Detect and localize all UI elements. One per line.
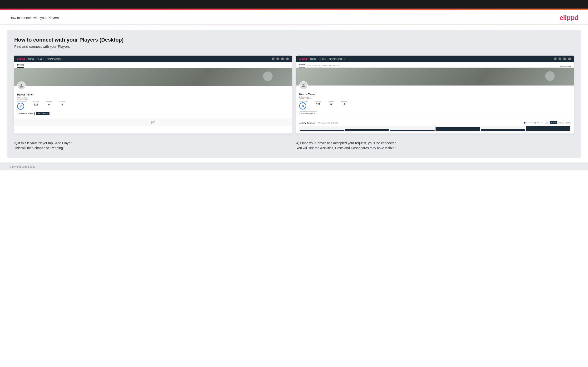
page-footer: Copyright Clippd 2022 bbox=[0, 162, 588, 170]
avatar-icon-left[interactable] bbox=[286, 58, 289, 60]
nav-icons-left bbox=[272, 58, 289, 60]
legend-on-course: On course bbox=[524, 122, 533, 124]
close-icon-remove: ✕ bbox=[313, 112, 315, 114]
avatar-right bbox=[299, 81, 308, 90]
header: How to connect with your Players clippd bbox=[0, 10, 588, 25]
tab-profile-left[interactable]: Profile bbox=[17, 64, 24, 68]
nav-teams-left[interactable]: Teams bbox=[37, 58, 43, 60]
activity-legend: On course Off course bbox=[524, 122, 543, 124]
nav-myperformance-left[interactable]: My Performance bbox=[47, 58, 62, 60]
remove-player-button[interactable]: Remove Player ✕ bbox=[299, 111, 317, 115]
time-1yr[interactable]: 1 yr bbox=[545, 121, 549, 124]
mini-logo-right: clippd bbox=[299, 58, 307, 60]
screenshots-row: clippd Home Teams My Performance Profile bbox=[14, 56, 574, 133]
caption-left: 3) If this is your Player tap, 'Add Play… bbox=[14, 141, 292, 150]
screenshot-right: clippd Home Teams My Performance Profile… bbox=[296, 56, 574, 133]
user-icon-right[interactable] bbox=[559, 58, 561, 60]
time-filter-buttons: 1 yr 6 mths 3 mths 1 mth bbox=[545, 121, 571, 124]
nav-home-right[interactable]: Home bbox=[310, 58, 316, 60]
profile-section-left: Marcus Turner 1-5 Handicap United Kingdo… bbox=[14, 86, 292, 118]
chart-bar-6 bbox=[526, 126, 570, 131]
golf-image-left bbox=[14, 68, 292, 86]
screenshot-left: clippd Home Teams My Performance Profile bbox=[14, 56, 292, 133]
action-buttons-right: Remove Player ✕ bbox=[299, 111, 571, 115]
clippd-logo: clippd bbox=[560, 14, 579, 22]
stat-followers-right: Followers 0 bbox=[328, 100, 334, 106]
follow-button-left[interactable]: Request to Follow bbox=[17, 112, 35, 115]
stat-followers-left: Followers 0 bbox=[46, 101, 52, 106]
profile-section-right: Marcus Turner 1-5 Handicap United Kingdo… bbox=[296, 85, 574, 118]
pencil-icon bbox=[151, 120, 155, 124]
user-icon-left[interactable] bbox=[277, 58, 279, 60]
activity-header: Activity Summary Monthly Activity · 6 Mo… bbox=[299, 120, 571, 125]
search-icon-left[interactable] bbox=[272, 58, 275, 60]
activity-title-group: Activity Summary Monthly Activity · 6 Mo… bbox=[299, 120, 338, 125]
activity-subtitle: Monthly Activity · 6 Months bbox=[318, 122, 338, 124]
chart-bar-3 bbox=[390, 130, 435, 131]
chart-bar-4 bbox=[435, 127, 480, 131]
svg-point-1 bbox=[303, 84, 304, 85]
main-content: How to connect with your Players (Deskto… bbox=[7, 30, 581, 158]
legend-on-dot bbox=[524, 122, 526, 124]
avatar-icon bbox=[19, 83, 24, 88]
stat-activities-left: Activities 129 bbox=[33, 101, 39, 106]
avatar-icon-right[interactable] bbox=[568, 58, 571, 60]
header-title: How to connect with your Players bbox=[9, 16, 59, 20]
main-title: How to connect with your Players (Deskto… bbox=[14, 37, 574, 43]
chart-bar-1 bbox=[300, 130, 345, 131]
nav-home-left[interactable]: Home bbox=[28, 58, 34, 60]
header-divider bbox=[9, 25, 579, 25]
profile-info-left: Marcus Turner 1-5 Handicap United Kingdo… bbox=[17, 88, 289, 100]
copyright-text: Copyright Clippd 2022 bbox=[9, 165, 35, 168]
settings-icon-left[interactable] bbox=[281, 58, 284, 60]
mini-tabs-right: Profile Dashboard Activities What To On … bbox=[296, 62, 574, 68]
profile-stats-left: Player Quality 92 Activities 129 Followe… bbox=[17, 101, 289, 110]
add-player-button-left[interactable]: Add Player + bbox=[36, 112, 50, 115]
tab-activities-right[interactable]: Activities bbox=[319, 64, 327, 67]
mini-navbar-right: clippd Home Teams My Performance bbox=[296, 56, 574, 62]
chart-bar-2 bbox=[345, 129, 390, 131]
profile-stats-right: Player Quality 92 Activities 129 Followe… bbox=[299, 100, 571, 109]
legend-off-course: Off course bbox=[535, 122, 543, 124]
time-1mth[interactable]: 1 mth bbox=[565, 121, 571, 124]
avatar-left bbox=[17, 82, 26, 90]
mini-logo-left: clippd bbox=[17, 58, 25, 60]
captions-row: 3) If this is your Player tap, 'Add Play… bbox=[14, 141, 574, 150]
stat-following-left: Following 0 bbox=[59, 101, 65, 106]
user-dropdown-right[interactable]: Marcus Turner bbox=[560, 66, 571, 67]
player-handicap-right: 1-5 Handicap bbox=[299, 96, 571, 98]
activity-chart bbox=[299, 126, 571, 132]
avatar-icon-right bbox=[301, 83, 306, 88]
nav-myperformance-right[interactable]: My Performance bbox=[329, 58, 345, 60]
player-location-right: United Kingdom bbox=[299, 98, 571, 100]
tab-whattoworkon-right[interactable]: What To On bbox=[329, 64, 339, 67]
time-6mths[interactable]: 6 mths bbox=[550, 121, 557, 124]
stat-quality-left: Player Quality 92 bbox=[17, 101, 26, 110]
pencil-area-left bbox=[14, 118, 292, 126]
quality-circle-left: 92 bbox=[17, 103, 24, 110]
activity-controls: On course Off course 1 yr 6 mths 3 mths bbox=[524, 121, 571, 124]
tab-dashboard-right[interactable]: Dashboard bbox=[308, 64, 317, 67]
player-handicap-left: 1-5 Handicap bbox=[17, 96, 289, 98]
golf-image-right bbox=[296, 68, 574, 85]
mini-tabs-left: Profile bbox=[14, 62, 292, 68]
chart-bar-5 bbox=[481, 129, 525, 131]
settings-icon-right[interactable] bbox=[563, 58, 566, 60]
player-name-right: Marcus Turner bbox=[299, 93, 571, 96]
player-name-left: Marcus Turner bbox=[17, 93, 289, 96]
caption-right-text: 4) Once your Player has accepted your re… bbox=[296, 141, 397, 150]
svg-point-0 bbox=[20, 84, 22, 86]
stat-activities-right: Activities 129 bbox=[315, 100, 321, 106]
stat-following-right: Following 0 bbox=[341, 100, 347, 106]
profile-info-right: Marcus Turner 1-5 Handicap United Kingdo… bbox=[299, 88, 571, 100]
time-3mths[interactable]: 3 mths bbox=[558, 121, 564, 124]
quality-circle-right: 92 bbox=[299, 102, 306, 109]
search-icon-right[interactable] bbox=[554, 58, 557, 60]
action-buttons-left: Request to Follow Add Player + bbox=[17, 112, 289, 115]
caption-right: 4) Once your Player has accepted your re… bbox=[296, 141, 574, 150]
tab-profile-right[interactable]: Profile bbox=[299, 64, 305, 67]
player-location-left: United Kingdom bbox=[17, 98, 289, 100]
stat-quality-right: Player Quality 92 bbox=[299, 100, 308, 109]
activity-summary-right: Activity Summary Monthly Activity · 6 Mo… bbox=[296, 118, 574, 133]
nav-teams-right[interactable]: Teams bbox=[319, 58, 326, 60]
